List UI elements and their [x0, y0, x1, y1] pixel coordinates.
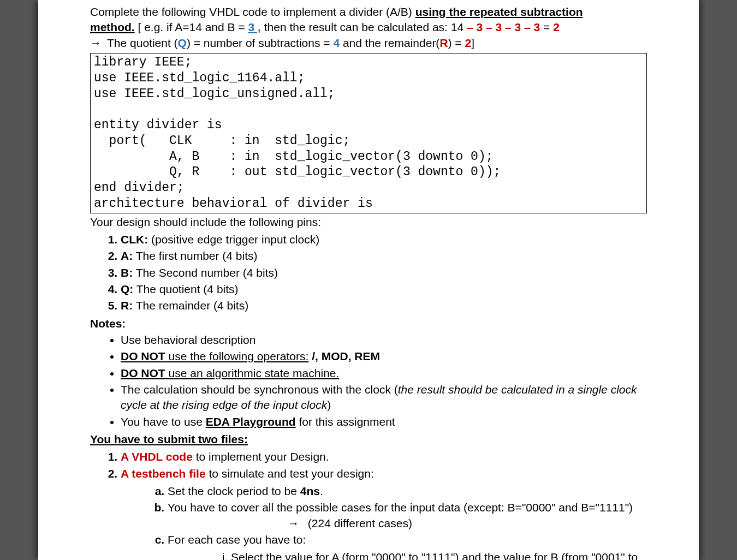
note-operators-text: use the following operators: — [165, 350, 309, 362]
remainder-r: R — [439, 37, 448, 49]
pin-q: Q: The quotient (4 bits) — [121, 282, 647, 297]
submit-vhdl: A VHDL code to implement your Design. — [121, 449, 647, 464]
note-sync-b: ) — [327, 398, 331, 411]
tb-cases-text: You have to cover all the possible cases… — [168, 501, 633, 514]
submit-text-1: to implement your Design. — [193, 450, 329, 463]
note-operators-list: /, MOD, REM — [308, 350, 380, 362]
quotient-text-a: The quotient ( — [107, 37, 178, 49]
pin-label: Q: — [121, 283, 133, 295]
pins-intro: Your design should include the following… — [90, 215, 647, 230]
note-eda-link: EDA Playground — [206, 415, 296, 428]
intro-line-2: method. [ e.g. if A=14 and B = 3 , then … — [90, 20, 647, 35]
note-behavioral: Use behavioral description — [121, 332, 647, 348]
tb-cases: You have to cover all the possible cases… — [168, 500, 647, 531]
note-donot: DO NOT — [121, 350, 165, 362]
intro-text-3: then the result can be calculated as: 14 — [261, 21, 467, 33]
pin-desc: The Second number (4 bits) — [133, 266, 278, 279]
pin-label: CLK: — [121, 233, 148, 246]
viewer-background: Complete the following VHDL code to impl… — [0, 0, 737, 560]
pin-label: A: — [121, 249, 133, 262]
tb-each-list: Select the value for A (form "0000" to "… — [168, 550, 647, 560]
testbench-list: Set the clock period to be 4ns. You have… — [121, 484, 647, 560]
intro-equals: = — [540, 21, 553, 33]
pin-desc: The remainder (4 bits) — [133, 299, 248, 312]
pin-clk: CLK: (positive edge trigger input clock) — [121, 232, 647, 247]
submit-text-2: to simulate and test your design: — [206, 467, 374, 480]
intro-b-value: 3 , — [248, 21, 261, 33]
pins-list: CLK: (positive edge trigger input clock)… — [90, 232, 647, 314]
remainder-two: 2 — [465, 37, 471, 49]
submit-heading: You have to submit two files: — [90, 432, 647, 447]
pin-r: R: The remainder (4 bits) — [121, 298, 647, 313]
document-page: Complete the following VHDL code to impl… — [38, 0, 699, 560]
note-sync: The calculation should be synchronous wi… — [121, 382, 647, 413]
quotient-four: 4 — [333, 37, 340, 49]
note-donot-2: DO NOT — [121, 367, 165, 379]
tb-clock: Set the clock period to be 4ns. — [168, 484, 647, 499]
tb-clock-period: 4ns — [300, 485, 320, 497]
tb-clock-a: Set the clock period to be — [168, 485, 300, 497]
submit-testbench: A testbench file to simulate and test yo… — [121, 466, 647, 560]
intro-subtractions: – 3 – 3 – 3 – 3 — [467, 21, 540, 33]
intro-underline-2: method. — [90, 21, 135, 33]
quotient-text-d: ) = — [448, 37, 465, 49]
quotient-text-e: ] — [471, 37, 474, 49]
submit-red-2: A testbench file — [121, 467, 206, 480]
intro-text: Complete the following VHDL code to impl… — [90, 5, 415, 18]
note-no-asm: DO NOT use an algorithmic state machine. — [121, 366, 647, 381]
pin-a: A: The first number (4 bits) — [121, 248, 647, 264]
tb-each: For each case you have to: Select the va… — [168, 532, 647, 560]
tb-cases-count: → (224 different cases) — [168, 516, 647, 531]
tb-clock-c: . — [320, 485, 323, 497]
vhdl-code-box: library IEEE; use IEEE.std_logic_1164.al… — [90, 53, 647, 213]
pin-label: B: — [121, 266, 133, 279]
note-sync-a: The calculation should be synchronous wi… — [121, 383, 398, 396]
note-asm-text: use an algorithmic state machine. — [165, 367, 340, 379]
tb-each-text: For each case you have to: — [168, 533, 306, 546]
pin-desc: The first number (4 bits) — [133, 249, 257, 262]
arrow-icon: → — [288, 517, 299, 529]
note-eda-b: for this assignment — [296, 415, 395, 428]
note-eda-a: You have to use — [121, 415, 206, 428]
pin-desc: The quotient (4 bits) — [133, 283, 238, 295]
quotient-text-b: ) = number of subtractions = — [187, 37, 333, 49]
quotient-text-c: and the remainder( — [340, 37, 439, 49]
intro-text-2: [ e.g. if A=14 and B = — [135, 21, 248, 33]
submit-red-1: A VHDL code — [121, 450, 193, 463]
tb-each-select: Select the value for A (form "0000" to "… — [231, 550, 647, 560]
intro-line-1: Complete the following VHDL code to impl… — [90, 4, 647, 20]
notes-heading: Notes: — [90, 316, 647, 331]
document-content: Complete the following VHDL code to impl… — [90, 4, 647, 560]
pin-desc: (positive edge trigger input clock) — [148, 233, 319, 246]
quotient-line: →The quotient (Q) = number of subtractio… — [90, 35, 647, 51]
pin-label: R: — [121, 299, 133, 312]
submit-list: A VHDL code to implement your Design. A … — [90, 449, 647, 560]
arrow-icon: → — [90, 37, 102, 49]
pin-b: B: The Second number (4 bits) — [121, 265, 647, 281]
intro-underline-1: using the repeated subtraction — [415, 5, 583, 18]
notes-list: Use behavioral description DO NOT use th… — [90, 332, 647, 430]
intro-remainder: 2 — [553, 21, 560, 33]
note-eda: You have to use EDA Playground for this … — [121, 414, 647, 430]
quotient-q: Q — [178, 37, 187, 49]
tb-cases-num: (224 different cases) — [305, 517, 412, 529]
note-no-operators: DO NOT use the following operators: /, M… — [121, 349, 647, 364]
